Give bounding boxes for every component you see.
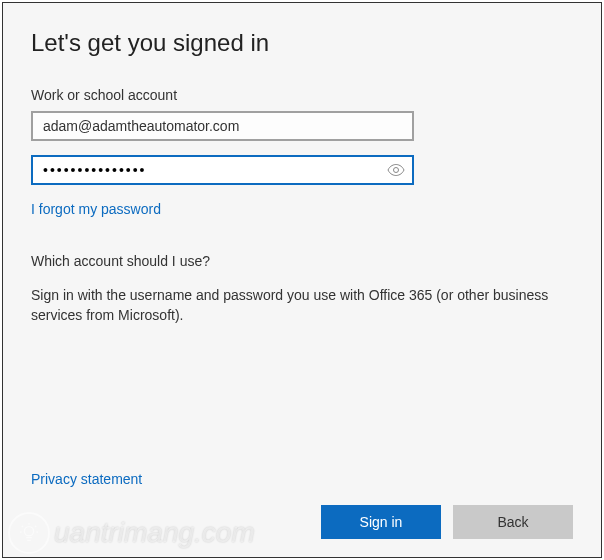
back-button[interactable]: Back bbox=[453, 505, 573, 539]
signin-button[interactable]: Sign in bbox=[321, 505, 441, 539]
forgot-password-link[interactable]: I forgot my password bbox=[31, 201, 573, 217]
help-text: Sign in with the username and password y… bbox=[31, 285, 551, 326]
privacy-statement-link[interactable]: Privacy statement bbox=[31, 471, 573, 487]
account-type-label: Work or school account bbox=[31, 87, 573, 103]
signin-dialog: Let's get you signed in Work or school a… bbox=[2, 2, 602, 558]
email-field[interactable] bbox=[31, 111, 414, 141]
svg-point-0 bbox=[394, 168, 399, 173]
reveal-password-icon[interactable] bbox=[380, 164, 412, 176]
button-row: Sign in Back bbox=[31, 505, 573, 539]
password-field-wrap bbox=[31, 155, 414, 185]
page-title: Let's get you signed in bbox=[31, 29, 573, 57]
help-heading: Which account should I use? bbox=[31, 253, 573, 269]
password-field[interactable] bbox=[33, 158, 380, 182]
